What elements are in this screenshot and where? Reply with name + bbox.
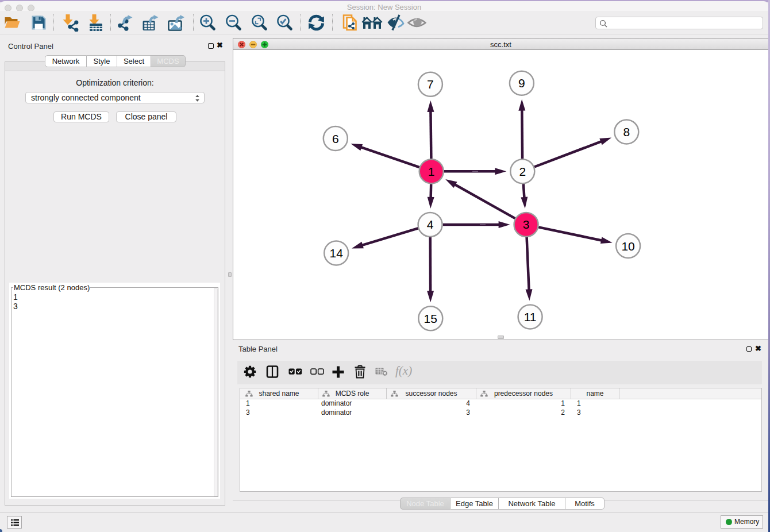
svg-text:3: 3	[523, 218, 530, 231]
svg-text:8: 8	[623, 125, 630, 138]
svg-text:15: 15	[424, 312, 437, 325]
svg-text:2: 2	[519, 165, 526, 178]
svg-text:6: 6	[332, 132, 339, 145]
svg-text:11: 11	[524, 310, 537, 323]
svg-text:1: 1	[428, 165, 435, 178]
svg-text:10: 10	[621, 240, 634, 253]
svg-text:9: 9	[518, 76, 525, 90]
svg-text:14: 14	[330, 246, 344, 260]
svg-text:4: 4	[427, 218, 434, 231]
svg-text:7: 7	[427, 78, 434, 91]
